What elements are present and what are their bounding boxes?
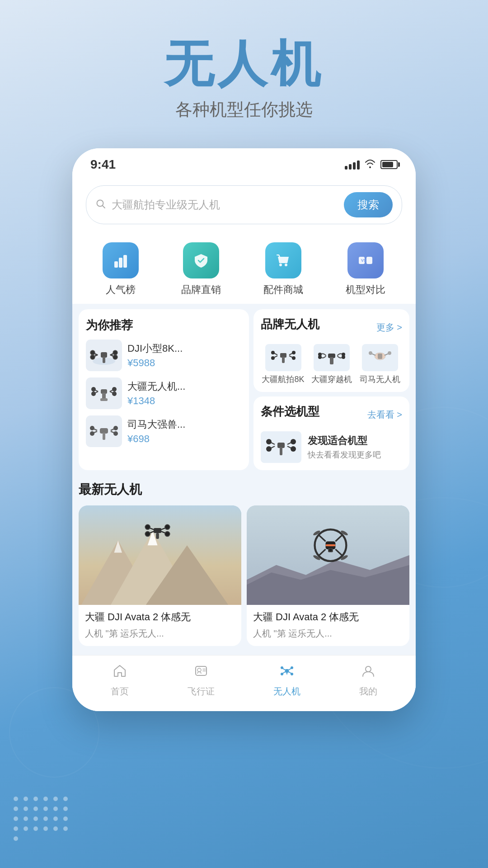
nav-item-popularity[interactable]: 人气榜: [103, 242, 139, 297]
latest-section: 最新无人机: [72, 475, 416, 646]
search-icon: [95, 198, 106, 211]
svg-point-13: [90, 350, 95, 355]
drone-card-1[interactable]: 大疆 DJI Avata 2 体感无 人机 "第 运乐无人...: [79, 505, 241, 646]
recommend-info-3: 司马大强兽... ¥698: [127, 418, 185, 445]
svg-rect-41: [103, 433, 105, 440]
recommend-item-2[interactable]: 大疆无人机... ¥1348: [86, 377, 242, 409]
svg-point-112: [281, 666, 283, 669]
recommend-item-3[interactable]: 司马大强兽... ¥698: [86, 415, 242, 447]
svg-point-46: [292, 351, 296, 354]
quick-nav: 人气榜 品牌直销: [72, 231, 416, 304]
home-icon: [112, 663, 128, 683]
nav-item-drone[interactable]: 无人机: [273, 663, 300, 698]
svg-rect-31: [100, 398, 108, 401]
svg-point-120: [366, 666, 371, 672]
right-column: 品牌无人机 更多 >: [253, 309, 409, 470]
recommend-info-2: 大疆无人机... ¥1348: [127, 380, 185, 407]
mid-section: 为你推荐: [72, 309, 416, 470]
latest-title: 最新无人机: [79, 481, 409, 498]
svg-point-104: [329, 549, 332, 552]
recommend-img-1: [86, 340, 122, 371]
recommend-card: 为你推荐: [79, 309, 249, 470]
nav-label-compare: 机型对比: [346, 283, 385, 297]
condition-header: 条件选机型 去看看 >: [261, 404, 402, 426]
recommend-price-2: ¥1348: [127, 395, 185, 407]
drone-card-subtitle-1: 人机 "第 运乐无人...: [79, 627, 241, 646]
recommend-name-2: 大疆无人机...: [127, 380, 185, 393]
svg-point-107: [197, 668, 201, 672]
battery-icon: [380, 160, 398, 169]
svg-rect-4: [123, 255, 127, 268]
brand-drone-label-3: 司马无人机: [360, 374, 400, 385]
search-placeholder-text: 大疆航拍专业级无人机: [112, 198, 338, 212]
nav-item-accessories[interactable]: 配件商城: [263, 242, 303, 297]
wifi-icon: [364, 158, 376, 171]
drone-card-subtitle-2: 人机 "第 运乐无人...: [247, 627, 409, 646]
status-bar: 9:41: [72, 148, 416, 176]
svg-point-114: [291, 666, 293, 669]
svg-point-61: [369, 351, 372, 355]
brand-drone-img-3: [362, 344, 398, 371]
svg-text:VS: VS: [361, 258, 366, 263]
svg-rect-57: [330, 357, 333, 364]
recommend-info-1: DJI小型8K... ¥5988: [127, 342, 183, 369]
svg-point-36: [113, 426, 118, 430]
decorative-dots: for(let i=0;i<25;i++){ document.currentS…: [14, 797, 68, 841]
svg-point-23: [91, 387, 96, 392]
nav-item-compare[interactable]: VS 机型对比: [346, 242, 385, 297]
brand-drone-label-1: 大疆航拍8K: [262, 374, 304, 385]
svg-rect-59: [378, 354, 382, 359]
brand-drone-img-1: [265, 344, 301, 371]
svg-point-66: [266, 439, 272, 444]
search-button[interactable]: 搜索: [344, 192, 393, 217]
drone-card-title-2: 大疆 DJI Avata 2 体感无: [247, 605, 409, 627]
condition-title: 条件选机型: [261, 404, 319, 420]
brand-drones-list: 大疆航拍8K: [261, 344, 402, 385]
condition-card: 条件选机型 去看看 >: [253, 396, 409, 470]
svg-point-82: [145, 524, 150, 529]
brand-drone-1[interactable]: 大疆航拍8K: [261, 344, 305, 385]
nav-item-home[interactable]: 首页: [111, 663, 129, 698]
brand-drone-3[interactable]: 司马无人机: [357, 344, 402, 385]
phone-content: 大疆航拍专业级无人机 搜索 人气榜: [72, 176, 416, 711]
condition-go-see-link[interactable]: 去看看 >: [367, 409, 402, 421]
condition-text: 发现适合机型 快去看看发现更多吧: [308, 434, 381, 460]
svg-point-29: [112, 392, 117, 396]
svg-point-118: [291, 673, 293, 675]
recommend-item-1[interactable]: DJI小型8K... ¥5988: [86, 340, 242, 371]
recommend-img-3: [86, 415, 122, 447]
nav-item-flight-cert[interactable]: 飞行证: [188, 663, 215, 698]
svg-point-6: [285, 264, 287, 266]
svg-point-48: [271, 356, 275, 360]
accessories-icon: [265, 242, 301, 278]
nav-label-accessories: 配件商城: [263, 283, 303, 297]
brand-more-link[interactable]: 更多 >: [376, 321, 402, 334]
svg-point-44: [271, 351, 275, 354]
svg-point-50: [292, 356, 296, 360]
nav-item-brand[interactable]: 品牌直销: [181, 242, 221, 297]
hero-subtitle: 各种机型任你挑选: [0, 98, 488, 121]
brand-drone-2[interactable]: 大疆穿越机: [309, 344, 354, 385]
svg-rect-8: [366, 257, 372, 264]
nav-item-profile[interactable]: 我的: [359, 663, 377, 698]
signal-icon: [345, 160, 360, 170]
svg-point-19: [113, 355, 117, 359]
svg-rect-20: [103, 357, 105, 363]
status-time: 9:41: [90, 157, 116, 172]
drone-card-2[interactable]: 大疆 DJI Avata 2 体感无 人机 "第 运乐无人...: [247, 505, 409, 646]
drone-nav-icon: [279, 663, 295, 683]
svg-point-116: [281, 673, 283, 675]
nav-label-drone: 无人机: [273, 685, 300, 698]
condition-content-desc: 快去看看发现更多吧: [308, 449, 381, 460]
svg-rect-89: [156, 533, 159, 539]
phone-frame: 9:41: [72, 148, 416, 711]
drone-card-img-2: [247, 505, 409, 605]
brand-icon: [183, 242, 219, 278]
svg-rect-3: [119, 258, 122, 268]
svg-point-56: [342, 355, 345, 359]
recommend-price-1: ¥5988: [127, 357, 183, 369]
drone-card-title-1: 大疆 DJI Avata 2 体感无: [79, 605, 241, 627]
svg-point-84: [165, 524, 170, 529]
recommend-name-3: 司马大强兽...: [127, 418, 185, 431]
search-bar[interactable]: 大疆航拍专业级无人机 搜索: [86, 185, 402, 224]
